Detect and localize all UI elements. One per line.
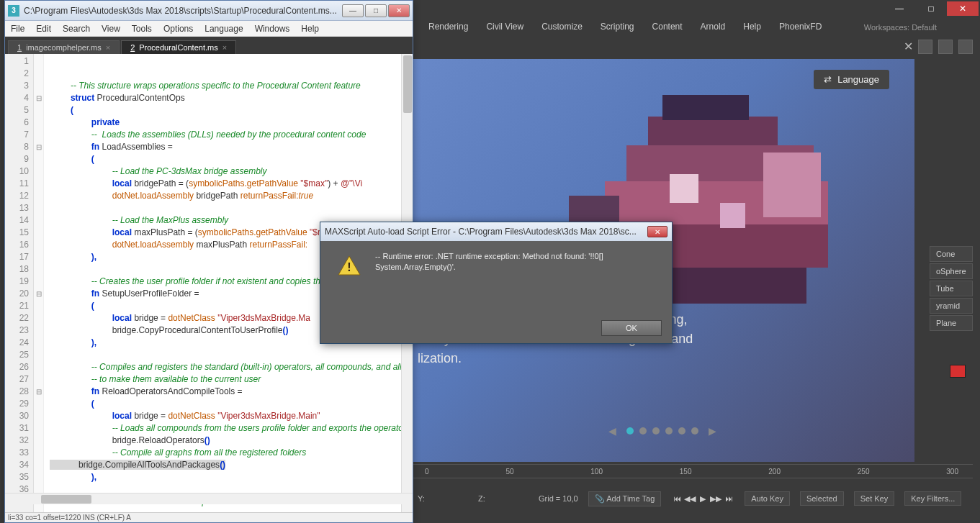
selected-dropdown[interactable]: Selected [800, 491, 844, 506]
pager-dot-1[interactable] [626, 427, 634, 435]
tab-close-icon[interactable]: × [106, 43, 110, 52]
dialog-body: ! -- Runtime error: .NET runtime excepti… [320, 241, 672, 313]
editor-menu-search[interactable]: Search [63, 24, 90, 34]
menu-content[interactable]: Content [652, 22, 683, 36]
editor-menu-file[interactable]: File [11, 24, 24, 34]
key-filters-button[interactable]: Key Filters... [904, 491, 961, 506]
editor-title: C:\Program Files\Autodesk\3ds Max 2018\s… [24, 6, 342, 16]
panel-cone-button[interactable]: Cone [930, 246, 973, 262]
editor-menu-edit[interactable]: Edit [36, 24, 51, 34]
menu-help[interactable]: Help [743, 22, 761, 36]
corner-toolbar [918, 40, 973, 54]
grid-readout: Grid = 10,0 [539, 494, 578, 503]
dialog-close-button[interactable]: ✕ [647, 226, 667, 237]
workspace-selector[interactable]: Workspaces: Default [864, 23, 937, 32]
tab-number: 2 [130, 43, 135, 52]
ruler-tick: 150 [680, 468, 692, 476]
editor-maximize-button[interactable]: □ [365, 4, 387, 17]
toolbar-icon-2[interactable] [938, 40, 953, 54]
editor-menubar: File Edit Search View Tools Options Lang… [5, 21, 413, 37]
panel-pyramid-button[interactable]: yramid [930, 298, 973, 314]
carousel-pager: ◀ ▶ [604, 425, 721, 437]
panel-tube-button[interactable]: Tube [930, 281, 973, 296]
tab-proceduralcontent[interactable]: 2 ProceduralContent.ms × [121, 40, 236, 54]
max-maximize-button[interactable]: □ [915, 1, 947, 16]
menu-customize[interactable]: Customize [541, 22, 583, 36]
ruler-tick: 300 [946, 468, 958, 476]
panel-geosphere-button[interactable]: oSphere [930, 263, 973, 279]
dialog-message: -- Runtime error: .NET runtime exception… [375, 251, 660, 273]
editor-menu-windows[interactable]: Windows [255, 24, 290, 34]
tab-close-icon[interactable]: × [222, 43, 227, 52]
language-button[interactable]: ⇄ Language [814, 70, 889, 89]
toolbar-icon-3[interactable] [958, 40, 973, 54]
next-frame-button[interactable]: ▶▶ [710, 493, 721, 504]
play-button[interactable]: ▶ [697, 493, 709, 504]
max-status-bar: Y: Z: Grid = 10,0 📎 Add Time Tag ⏮ ◀◀ ▶ … [410, 481, 973, 516]
menu-rendering[interactable]: Rendering [428, 22, 468, 36]
timeline-ruler[interactable]: 0 50 100 150 200 250 300 [410, 464, 973, 478]
horizontal-scrollbar[interactable] [5, 493, 413, 504]
warning-icon: ! [338, 255, 361, 276]
object-color-swatch[interactable] [950, 365, 966, 378]
language-icon: ⇄ [824, 74, 832, 85]
panel-plane-button[interactable]: Plane [930, 315, 973, 331]
pager-dot-4[interactable] [665, 427, 673, 435]
dialog-title: MAXScript Auto-load Script Error - C:\Pr… [325, 227, 647, 237]
ruler-tick: 250 [858, 468, 870, 476]
scrollbar-thumb[interactable] [41, 495, 91, 504]
editor-menu-language[interactable]: Language [204, 24, 243, 34]
editor-app-icon: 3 [8, 5, 19, 17]
workspace-value: Default [912, 23, 937, 32]
add-time-tag-button[interactable]: 📎 Add Time Tag [588, 491, 662, 506]
menu-scripting[interactable]: Scripting [601, 22, 634, 36]
menu-phoenixfd[interactable]: PhoenixFD [779, 22, 822, 36]
ruler-tick: 50 [505, 468, 513, 476]
pager-dot-6[interactable] [691, 427, 698, 435]
editor-status-bar: li=33 co=1 offset=1220 INS (CR+LF) A [5, 512, 413, 522]
command-panel: Cone oSphere Tube yramid Plane [922, 59, 980, 462]
auto-key-button[interactable]: Auto Key [745, 491, 790, 506]
tab-imagecomphelper[interactable]: 1 imagecomphelper.ms × [8, 40, 120, 54]
editor-titlebar[interactable]: 3 C:\Program Files\Autodesk\3ds Max 2018… [5, 1, 413, 21]
dialog-msg-line2: System.Array.Empty()'. [375, 262, 660, 273]
prev-frame-button[interactable]: ◀◀ [684, 493, 696, 504]
editor-minimize-button[interactable]: — [342, 4, 364, 17]
ruler-tick: 0 [425, 468, 429, 476]
welcome-line-3: lization. [418, 349, 693, 368]
set-key-button[interactable]: Set Key [854, 491, 895, 506]
dialog-titlebar[interactable]: MAXScript Auto-load Script Error - C:\Pr… [320, 222, 672, 241]
dialog-msg-line1: -- Runtime error: .NET runtime exception… [375, 251, 660, 262]
goto-end-button[interactable]: ⏭ [723, 493, 734, 504]
editor-menu-options[interactable]: Options [163, 24, 193, 34]
transport-controls: ⏮ ◀◀ ▶ ▶▶ ⏭ [671, 493, 734, 504]
goto-start-button[interactable]: ⏮ [671, 493, 683, 504]
editor-close-button[interactable]: ✕ [388, 4, 410, 17]
pager-dot-3[interactable] [652, 427, 660, 435]
error-dialog: MAXScript Auto-load Script Error - C:\Pr… [320, 222, 673, 344]
ruler-tick: 100 [590, 468, 603, 476]
pager-dot-2[interactable] [639, 427, 647, 435]
toolbar-icon-1[interactable] [918, 40, 932, 54]
pager-prev[interactable]: ◀ [604, 425, 621, 437]
editor-menu-view[interactable]: View [102, 24, 120, 34]
scrollbar-thumb[interactable] [403, 55, 412, 113]
editor-menu-tools[interactable]: Tools [132, 24, 152, 34]
welcome-close-button[interactable]: ✕ [901, 40, 915, 54]
fold-gutter[interactable]: ⊟⊟⊟⊟ [34, 54, 44, 514]
max-close-button[interactable]: ✕ [947, 1, 979, 16]
menu-civil-view[interactable]: Civil View [486, 22, 523, 36]
editor-menu-help[interactable]: Help [301, 24, 319, 34]
pager-next[interactable]: ▶ [704, 425, 721, 437]
max-minimize-button[interactable]: — [884, 1, 915, 16]
svg-text:!: ! [347, 261, 351, 273]
menu-arnold[interactable]: Arnold [701, 22, 726, 36]
dialog-ok-button[interactable]: OK [601, 320, 662, 336]
tab-label: imagecomphelper.ms [26, 43, 102, 52]
workspace-label: Workspaces: [864, 23, 909, 32]
dialog-footer: OK [320, 313, 672, 343]
editor-tab-bar: 1 imagecomphelper.ms × 2 ProceduralConte… [5, 37, 413, 54]
language-label: Language [837, 74, 879, 85]
line-number-gutter: 1234567891011121314151617181920212223242… [5, 54, 34, 514]
pager-dot-5[interactable] [678, 427, 685, 435]
